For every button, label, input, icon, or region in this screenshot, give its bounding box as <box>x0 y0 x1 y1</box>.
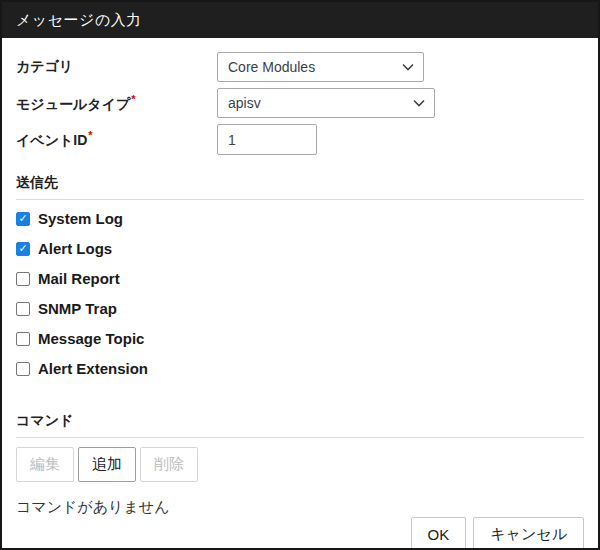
checkbox-icon[interactable]: ✓ <box>16 332 30 346</box>
checkbox-label: Message Topic <box>38 330 144 347</box>
event-id-label: イベントID* <box>16 129 217 150</box>
checkbox-label: Alert Logs <box>38 240 112 257</box>
event-id-row: イベントID* <box>16 124 584 155</box>
checkbox-label: System Log <box>38 210 123 227</box>
destinations-section-label: 送信先 <box>16 174 584 200</box>
module-type-label: モジュールタイプ* <box>16 93 217 114</box>
checkbox-row-message-topic[interactable]: ✓ Message Topic <box>16 330 584 347</box>
checkbox-row-alert-logs[interactable]: ✓ Alert Logs <box>16 240 584 257</box>
category-select-value: Core Modules <box>228 59 315 75</box>
category-select[interactable]: Core Modules <box>217 52 424 82</box>
checkbox-icon[interactable]: ✓ <box>16 212 30 226</box>
category-row: カテゴリ Core Modules <box>16 52 584 82</box>
cancel-button[interactable]: キャンセル <box>473 517 584 548</box>
add-command-button[interactable]: 追加 <box>78 447 136 482</box>
checkbox-row-snmp-trap[interactable]: ✓ SNMP Trap <box>16 300 584 317</box>
check-icon: ✓ <box>18 213 27 224</box>
checkbox-row-mail-report[interactable]: ✓ Mail Report <box>16 270 584 287</box>
module-type-row: モジュールタイプ* apisv <box>16 88 584 118</box>
checkbox-icon[interactable]: ✓ <box>16 272 30 286</box>
ok-button[interactable]: OK <box>411 517 467 548</box>
check-icon: ✓ <box>18 243 27 254</box>
command-button-row: 編集 追加 削除 <box>16 447 584 482</box>
checkbox-label: Alert Extension <box>38 360 148 377</box>
dialog-title: メッセージの入力 <box>16 11 142 30</box>
checkbox-icon[interactable]: ✓ <box>16 242 30 256</box>
module-type-select-value: apisv <box>228 95 261 111</box>
dialog-body: カテゴリ Core Modules モジュールタイプ* apisv イベントID… <box>2 38 598 548</box>
dialog-header: メッセージの入力 <box>2 2 598 38</box>
commands-empty-message: コマンドがありません <box>16 498 584 517</box>
checkbox-icon[interactable]: ✓ <box>16 362 30 376</box>
dialog-footer: OK キャンセル <box>16 517 584 548</box>
module-type-select[interactable]: apisv <box>217 88 435 118</box>
event-id-input[interactable] <box>217 124 317 155</box>
edit-command-button[interactable]: 編集 <box>16 447 74 482</box>
checkbox-row-system-log[interactable]: ✓ System Log <box>16 210 584 227</box>
required-mark: * <box>88 129 92 141</box>
commands-section-label: コマンド <box>16 412 584 438</box>
chevron-down-icon <box>413 99 425 107</box>
required-mark: * <box>131 93 135 105</box>
checkbox-label: Mail Report <box>38 270 120 287</box>
checkbox-label: SNMP Trap <box>38 300 117 317</box>
delete-command-button[interactable]: 削除 <box>140 447 198 482</box>
checkbox-row-alert-extension[interactable]: ✓ Alert Extension <box>16 360 584 377</box>
category-label: カテゴリ <box>16 58 217 76</box>
chevron-down-icon <box>402 63 414 71</box>
checkbox-icon[interactable]: ✓ <box>16 302 30 316</box>
message-input-dialog: メッセージの入力 カテゴリ Core Modules モジュールタイプ* api… <box>0 0 600 550</box>
